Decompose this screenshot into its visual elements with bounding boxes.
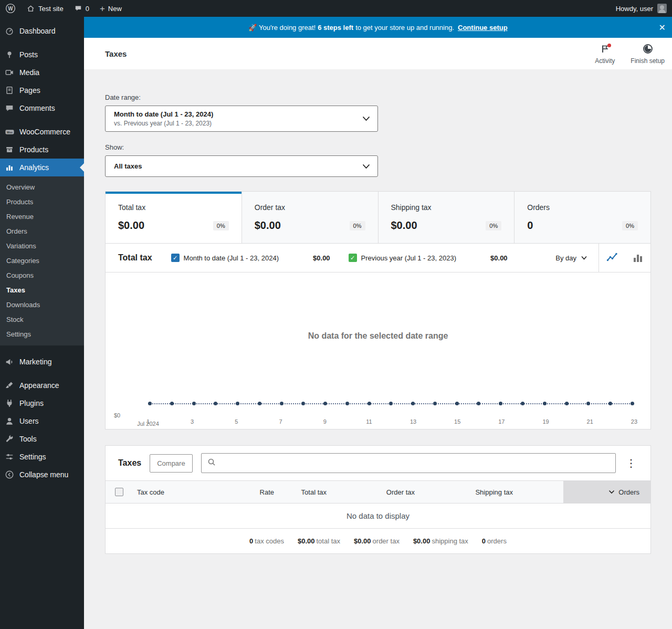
date-range-value: Month to date (Jul 1 - 23, 2024) [114,110,354,118]
submenu-item-revenue[interactable]: Revenue [0,209,84,224]
comments-shortcut[interactable]: 0 [69,0,94,17]
submenu-item-overview[interactable]: Overview [0,180,84,195]
bar-chart-icon [4,162,15,173]
svg-text:Woo: Woo [6,130,12,133]
submenu-item-orders[interactable]: Orders [0,224,84,239]
setup-banner: 🚀 You're doing great! 6 steps left to ge… [84,17,672,38]
checkbox-checked-icon[interactable]: ✓ [349,254,357,262]
select-all-checkbox[interactable] [106,481,131,503]
user-avatar[interactable] [657,4,667,13]
sidebar-item-label: Comments [19,104,55,112]
table-column-headers: Tax code Rate Total tax Order tax Shippi… [106,480,650,504]
column-header-order-tax[interactable]: Order tax [327,481,415,503]
submenu-item-variations[interactable]: Variations [0,239,84,254]
dashboard-icon [4,26,15,36]
sidebar-item-settings[interactable]: Settings [0,448,84,466]
submenu-item-categories[interactable]: Categories [0,254,84,268]
new-content-menu[interactable]: + New [94,0,127,17]
submenu-item-downloads[interactable]: Downloads [0,298,84,312]
wordpress-logo-icon: W [5,3,16,14]
chart-points [148,402,634,405]
column-header-rate[interactable]: Rate [222,481,274,503]
table-title: Taxes [118,458,141,468]
submenu-item-stock[interactable]: Stock [0,312,84,327]
chevron-down-icon [362,114,370,123]
column-header-shipping-tax[interactable]: Shipping tax [415,481,563,503]
sidebar-item-label: Posts [19,50,38,59]
column-header-total-tax[interactable]: Total tax [274,481,327,503]
compare-button[interactable]: Compare [150,454,192,473]
sidebar-item-label: WooCommerce [19,128,70,136]
woocommerce-icon: Woo [4,127,15,137]
user-icon [4,416,15,426]
line-chart-icon [606,252,618,264]
finish-setup-button[interactable]: Finish setup [631,43,665,65]
chart-header: Total tax ✓ Month to date (Jul 1 - 23, 2… [106,244,650,272]
howdy-text[interactable]: Howdy, user [616,5,653,13]
search-input[interactable] [220,459,610,467]
card-delta-badge: 0% [213,221,229,230]
collapse-icon [4,469,15,480]
interval-select[interactable]: By day [555,254,598,262]
sidebar-item-tools[interactable]: Tools [0,430,84,448]
chart-title: Total tax [118,253,152,263]
sidebar-item-posts[interactable]: Posts [0,46,84,64]
date-range-dropdown[interactable]: Month to date (Jul 1 - 23, 2024) vs. Pre… [105,106,378,132]
sidebar-item-products[interactable]: Products [0,141,84,159]
show-dropdown[interactable]: All taxes [105,155,378,177]
date-range-label: Date range: [105,93,651,101]
sidebar-item-collapse-menu[interactable]: Collapse menu [0,466,84,484]
sidebar-item-dashboard[interactable]: Dashboard [0,22,84,40]
activity-label: Activity [595,57,615,65]
sidebar-item-pages[interactable]: Pages [0,81,84,99]
card-delta-badge: 0% [350,221,365,230]
site-name-link[interactable]: Test site [21,0,69,17]
legend-current-period[interactable]: ✓ Month to date (Jul 1 - 23, 2024) $0.00 [171,254,330,262]
taxes-table-section: Taxes Compare ⋮ Tax code Rate Total tax [105,445,651,554]
activity-button[interactable]: Activity [595,43,615,65]
sidebar-item-plugins[interactable]: Plugins [0,394,84,412]
sidebar-item-woocommerce[interactable]: Woo WooCommerce [0,123,84,141]
submenu-item-settings[interactable]: Settings [0,327,84,342]
sidebar-item-marketing[interactable]: Marketing [0,353,84,371]
sidebar-item-label: Media [19,68,39,77]
line-chart-button[interactable] [599,244,625,272]
submenu-item-taxes[interactable]: Taxes [0,283,84,298]
wordpress-logo-menu[interactable]: W [0,0,21,17]
submenu-item-coupons[interactable]: Coupons [0,268,84,283]
chart-zero-line [148,402,634,405]
page-body: Date range: Month to date (Jul 1 - 23, 2… [84,69,672,554]
new-label: New [108,5,122,13]
y-axis-zero-label: $0 [114,412,120,418]
continue-setup-link[interactable]: Continue setup [458,24,508,32]
submenu-item-products[interactable]: Products [0,195,84,209]
chart-type-toggle [598,244,650,272]
sidebar-item-media[interactable]: Media [0,64,84,81]
kebab-menu-icon[interactable]: ⋮ [624,457,638,469]
summary-card-order-tax[interactable]: Order tax $0.00 0% [242,192,378,243]
sidebar-item-label: Users [19,417,39,425]
column-header-orders-sorted[interactable]: Orders [563,481,650,503]
screen: W Test site 0 + New Howdy, user [0,0,672,629]
checkbox-checked-icon[interactable]: ✓ [171,254,180,262]
menu-separator [0,40,84,46]
sidebar-item-users[interactable]: Users [0,412,84,430]
summary-card-shipping-tax[interactable]: Shipping tax $0.00 0% [378,192,514,243]
sidebar-item-analytics[interactable]: Analytics [0,159,84,176]
total-order-tax: $0.00order tax [354,537,400,545]
chevron-down-icon [581,256,587,260]
summary-card-total-tax[interactable]: Total tax $0.00 0% [106,192,242,243]
sidebar-item-label: Pages [19,86,40,95]
sidebar-item-comments[interactable]: Comments [0,99,84,117]
summary-card-orders[interactable]: Orders 0 0% [514,192,650,243]
close-icon[interactable]: ✕ [656,17,668,38]
legend-previous-period[interactable]: ✓ Previous year (Jul 1 - 23, 2023) $0.00 [349,254,508,262]
chart-section: Total tax ✓ Month to date (Jul 1 - 23, 2… [105,244,651,429]
search-box[interactable] [201,453,616,473]
total-orders: 0orders [482,537,507,545]
bar-chart-button[interactable] [625,244,650,272]
sidebar-item-appearance[interactable]: Appearance [0,376,84,394]
chevron-down-icon [362,162,370,171]
column-header-tax-code[interactable]: Tax code [131,481,222,503]
sort-chevron-down-icon [608,490,615,494]
